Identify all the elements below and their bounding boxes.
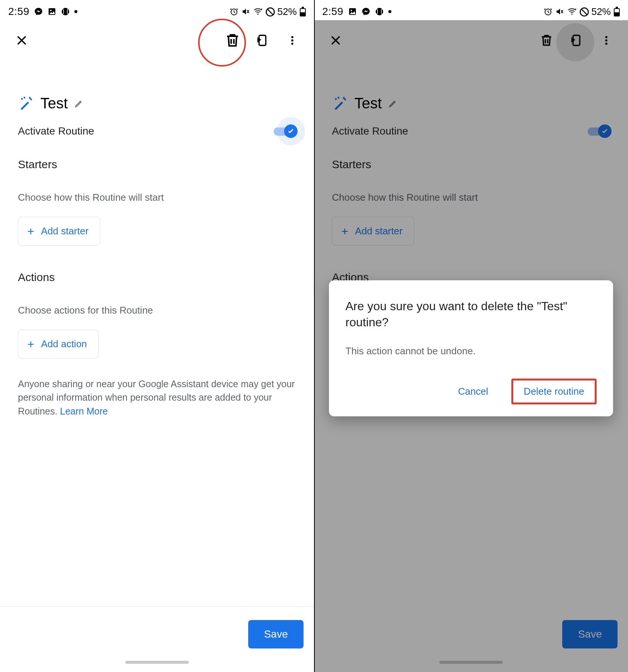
add-starter-button[interactable]: + Add starter xyxy=(18,217,100,246)
dialog-body: This action cannot be undone. xyxy=(345,345,597,357)
svg-point-16 xyxy=(571,14,572,15)
routine-title: Test xyxy=(40,95,68,112)
delete-button[interactable] xyxy=(221,29,244,52)
svg-point-9 xyxy=(291,36,293,38)
svg-point-13 xyxy=(351,10,352,11)
shortcut-button[interactable] xyxy=(251,29,274,52)
dnd-icon xyxy=(579,7,588,16)
disclaimer-text: Anyone sharing or near your Google Assis… xyxy=(18,377,296,418)
dnd-icon xyxy=(265,7,274,16)
starters-heading: Starters xyxy=(18,158,296,171)
nav-indicator xyxy=(125,661,189,664)
wifi-icon: + xyxy=(567,7,576,16)
dialog-cancel-button[interactable]: Cancel xyxy=(447,379,499,404)
more-indicator xyxy=(388,10,391,13)
battery-percent: 52% xyxy=(277,6,297,18)
baseball-icon xyxy=(61,7,70,16)
trash-icon xyxy=(224,32,241,49)
svg-point-10 xyxy=(291,39,293,41)
status-bar: 2:59 + xyxy=(314,0,628,20)
svg-point-4 xyxy=(257,14,258,15)
image-icon xyxy=(47,7,56,16)
check-icon xyxy=(287,127,295,135)
overflow-button[interactable] xyxy=(281,29,304,52)
add-starter-label: Add starter xyxy=(41,225,89,237)
phone-right: 2:59 + xyxy=(314,0,628,672)
image-icon xyxy=(348,7,357,16)
shortcut-icon xyxy=(256,34,269,47)
mute-icon xyxy=(241,7,250,16)
status-time: 2:59 xyxy=(322,6,344,18)
messenger-icon xyxy=(361,7,370,16)
activate-label: Activate Routine xyxy=(18,125,94,137)
dialog-title: Are you sure you want to delete the "Tes… xyxy=(345,298,597,330)
dialog-delete-button[interactable]: Delete routine xyxy=(511,379,597,404)
plus-icon: + xyxy=(27,340,34,348)
baseball-icon xyxy=(375,7,384,16)
delete-dialog: Are you sure you want to delete the "Tes… xyxy=(329,280,613,416)
battery-icon xyxy=(614,7,620,16)
phone-left: 2:59 + xyxy=(0,0,314,672)
kebab-icon xyxy=(287,35,298,46)
status-time: 2:59 xyxy=(8,6,30,18)
battery-percent: 52% xyxy=(591,6,611,18)
learn-more-link[interactable]: Learn More xyxy=(60,406,108,416)
edit-title-button[interactable] xyxy=(74,99,83,108)
plus-icon: + xyxy=(27,228,34,235)
battery-icon xyxy=(300,7,306,16)
svg-text:+: + xyxy=(575,7,576,11)
add-action-button[interactable]: + Add action xyxy=(18,330,99,358)
main-content: Test Activate Routine Starters Choose ho… xyxy=(0,61,314,672)
alarm-icon xyxy=(230,7,238,16)
starters-subtext: Choose how this Routine will start xyxy=(18,192,296,203)
save-button[interactable]: Save xyxy=(248,620,304,648)
svg-point-1 xyxy=(50,10,52,11)
pencil-icon xyxy=(74,99,83,108)
svg-line-19 xyxy=(581,9,587,15)
add-action-label: Add action xyxy=(41,338,87,350)
svg-text:+: + xyxy=(261,7,262,11)
mute-icon xyxy=(555,7,564,16)
alarm-icon xyxy=(544,7,552,16)
actions-subtext: Choose actions for this Routine xyxy=(18,305,296,316)
messenger-icon xyxy=(34,7,43,16)
svg-point-11 xyxy=(291,43,293,45)
actions-heading: Actions xyxy=(18,271,296,284)
svg-line-7 xyxy=(267,9,273,15)
toolbar xyxy=(0,20,314,61)
close-icon xyxy=(15,34,28,47)
wifi-icon: + xyxy=(253,7,262,16)
more-indicator xyxy=(74,10,77,13)
close-button[interactable] xyxy=(10,29,33,52)
divider xyxy=(314,0,315,672)
wand-icon xyxy=(18,96,34,111)
bottom-bar: Save xyxy=(0,606,314,672)
status-bar: 2:59 + xyxy=(0,0,314,20)
activate-toggle[interactable] xyxy=(274,124,296,138)
